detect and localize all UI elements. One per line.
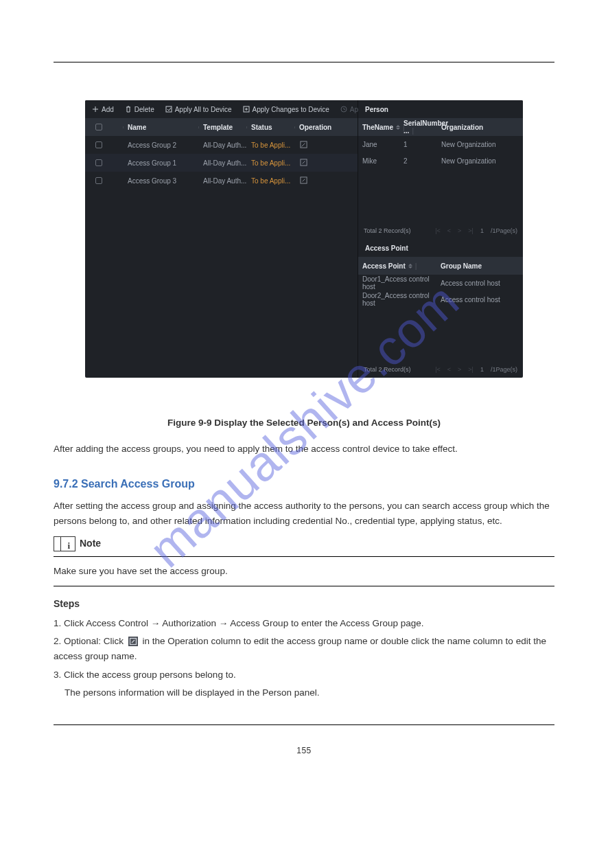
section-heading: 9.7.2 Search Access Group [54, 475, 554, 493]
select-all-checkbox[interactable] [95, 124, 102, 130]
pager-last[interactable]: >| [468, 366, 473, 373]
access-point-header: Access Point | Group Name [358, 257, 523, 275]
pager-total-pages: /1Page(s) [491, 366, 517, 373]
pager-total: Total 2 Record(s) [364, 366, 411, 373]
ap-name: Door1_Access control host [362, 275, 441, 290]
section-paragraph: After setting the access group and assig… [54, 499, 554, 529]
step-3: 3. Click the access group persons belong… [54, 667, 554, 683]
note-icon: i [54, 536, 75, 551]
edit-icon[interactable] [299, 176, 307, 184]
col-access-point[interactable]: Access Point | [362, 262, 441, 270]
pager-first[interactable]: |< [435, 366, 441, 373]
page-number: 155 [54, 746, 554, 755]
row-name: Access Group 3 [125, 177, 200, 185]
pager-prev[interactable]: < [447, 227, 451, 234]
add-label: Add [102, 106, 114, 113]
table-row[interactable]: Access Group 3 All-Day Auth... To be App… [85, 172, 358, 190]
row-checkbox[interactable] [95, 177, 102, 184]
pager-next[interactable]: > [458, 366, 461, 373]
col-organization[interactable]: Organization [441, 124, 519, 131]
edit-icon[interactable] [299, 140, 307, 148]
person-serial: 1 [404, 141, 441, 148]
col-thename[interactable]: TheName | [362, 124, 404, 131]
note-label: Note [80, 536, 101, 551]
sort-icon [408, 264, 412, 269]
ap-group: Access control host [441, 296, 519, 304]
right-column: Person TheName | SerialNumber ...| Organ… [358, 100, 523, 378]
status-icon [340, 106, 347, 113]
row-checkbox[interactable] [95, 159, 102, 166]
delete-button[interactable]: Delete [125, 106, 154, 113]
access-point-row[interactable]: Door2_Access control host Access control… [358, 291, 523, 308]
ap-name: Door2_Access control host [362, 292, 441, 307]
person-section-title: Person [358, 100, 523, 118]
row-template: All-Day Auth... [200, 159, 248, 167]
row-checkbox[interactable] [95, 141, 102, 148]
person-pager: Total 2 Record(s) |< < > >| 1 /1Page(s) [358, 222, 523, 239]
note-row: i Note [54, 536, 554, 551]
plus-icon [92, 106, 99, 113]
person-row[interactable]: Jane 1 New Organization [358, 136, 523, 152]
steps-label: Steps [54, 596, 554, 612]
apply-changes-label: Apply Changes to Device [253, 106, 329, 113]
left-column: Add Delete Apply All to Device Apply Cha… [85, 100, 358, 378]
apply-all-button[interactable]: Apply All to Device [165, 106, 232, 113]
pager-cur: 1 [480, 366, 484, 373]
access-point-row[interactable]: Door1_Access control host Access control… [358, 275, 523, 291]
col-serial[interactable]: SerialNumber ...| [404, 119, 441, 135]
apply-all-icon [165, 106, 172, 113]
person-org: New Organization [441, 157, 519, 165]
col-template[interactable]: Template [200, 124, 248, 131]
screenshot-panel: Add Delete Apply All to Device Apply Cha… [85, 100, 523, 378]
pager-total: Total 2 Record(s) [364, 227, 411, 234]
figure-caption: Figure 9-9 Display the Selected Person(s… [54, 415, 554, 431]
person-name: Mike [362, 157, 404, 165]
table-row[interactable]: Access Group 1 All-Day Auth... To be App… [85, 154, 358, 172]
toolbar: Add Delete Apply All to Device Apply Cha… [85, 100, 358, 118]
pager-first[interactable]: |< [435, 227, 441, 234]
row-status: To be Appli... [248, 159, 296, 167]
delete-label: Delete [135, 106, 154, 113]
table-row[interactable]: Access Group 2 All-Day Auth... To be App… [85, 136, 358, 154]
step-3-sub: The persons information will be displaye… [65, 685, 554, 700]
access-point-pager: Total 2 Record(s) |< < > >| 1 /1Page(s) [358, 361, 523, 378]
pager-next[interactable]: > [458, 227, 461, 234]
ap-group: Access control host [441, 279, 519, 287]
add-button[interactable]: Add [92, 106, 114, 113]
step-2: 2. Optional: Click in the Operation colu… [54, 634, 554, 665]
row-template: All-Day Auth... [200, 177, 248, 185]
apply-changes-button[interactable]: Apply Changes to Device [243, 106, 329, 113]
col-group-name[interactable]: Group Name [441, 262, 519, 270]
apply-all-label: Apply All to Device [175, 106, 232, 113]
note-text: Make sure you have set the access group. [54, 564, 554, 579]
paragraph: After adding the access groups, you need… [54, 442, 554, 457]
row-name: Access Group 1 [125, 159, 200, 167]
row-name: Access Group 2 [125, 141, 200, 149]
col-status[interactable]: Status [248, 124, 296, 131]
person-name: Jane [362, 141, 404, 148]
trash-icon [125, 106, 132, 113]
access-point-section-title: Access Point [358, 239, 523, 257]
col-operation: Operation [296, 124, 344, 131]
person-table-header: TheName | SerialNumber ...| Organization [358, 118, 523, 136]
apply-changes-icon [243, 106, 250, 113]
step-1: 1. Click Access Control → Authorization … [54, 616, 554, 631]
pager-cur: 1 [480, 227, 484, 234]
edit-icon[interactable] [299, 158, 307, 166]
row-status: To be Appli... [248, 177, 296, 185]
pager-prev[interactable]: < [447, 366, 451, 373]
svg-rect-0 [166, 106, 172, 112]
row-status: To be Appli... [248, 141, 296, 149]
sort-icon [396, 125, 400, 130]
col-name[interactable]: Name [125, 124, 200, 131]
row-template: All-Day Auth... [200, 141, 248, 149]
pager-total-pages: /1Page(s) [491, 227, 517, 234]
person-org: New Organization [441, 141, 519, 148]
person-serial: 2 [404, 157, 441, 165]
edit-icon [128, 637, 138, 646]
pager-last[interactable]: >| [468, 227, 473, 234]
person-row[interactable]: Mike 2 New Organization [358, 152, 523, 169]
left-table-header: Name Template Status Operation [85, 118, 358, 136]
